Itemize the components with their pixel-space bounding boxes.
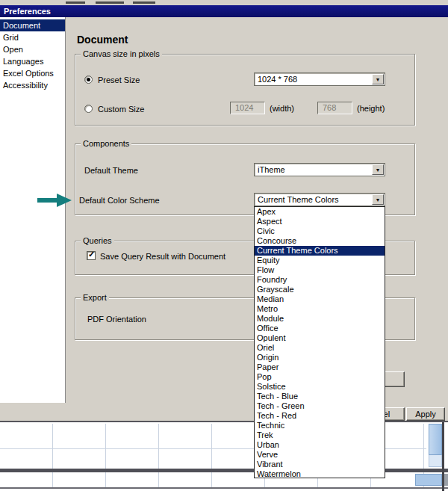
default-theme-dropdown[interactable]: iTheme ▼ [254,163,385,176]
save-query-checkbox[interactable]: ✓ [87,251,96,260]
color-scheme-option[interactable]: Aspect [255,217,385,226]
preset-size-dropdown[interactable]: 1024 * 768 ▼ [254,72,385,86]
color-scheme-option[interactable]: Oriel [255,343,385,353]
preset-size-value: 1024 * 768 [258,75,297,84]
canvas-size-group: Canvas size in pixels [75,54,415,126]
color-scheme-option[interactable]: Tech - Green [255,401,385,411]
toolbar-text-fragment [66,1,85,4]
sidebar-item[interactable]: Document [0,19,65,31]
custom-height-field[interactable]: 768 [317,102,352,114]
color-scheme-option[interactable]: Module [255,314,385,324]
components-group-title: Components [81,138,131,149]
checkmark-icon: ✓ [88,250,95,259]
default-theme-value: iTheme [258,165,285,175]
color-scheme-option[interactable]: Apex [255,207,385,217]
window-divider [0,487,448,489]
vertical-scrollbar-thumb[interactable] [429,424,442,455]
dialog-titlebar[interactable]: Preferences [0,5,448,17]
color-scheme-option[interactable]: Solstice [255,382,385,392]
dropdown-arrow-glyph: ▼ [376,77,381,82]
color-scheme-option[interactable]: Equity [255,256,385,265]
color-scheme-option[interactable]: Concourse [255,236,385,246]
save-query-label: Save Query Result with Document [100,252,225,261]
color-scheme-option[interactable]: Office [255,324,385,333]
toolbar-text-fragment [96,1,124,4]
dropdown-arrow-icon[interactable]: ▼ [372,164,384,175]
export-group-title: Export [81,292,109,303]
color-scheme-option[interactable]: Technic [255,421,385,430]
custom-height-suffix: (height) [357,104,385,113]
default-color-scheme-label: Default Color Scheme [79,196,160,205]
color-scheme-option[interactable]: Trek [255,430,385,440]
window-edge [442,422,444,491]
color-scheme-option[interactable]: Foundry [255,275,385,285]
screen: Preferences DocumentGridOpenLanguagesExc… [0,0,448,494]
custom-width-suffix: (width) [270,104,294,113]
default-theme-label: Default Theme [84,166,138,175]
color-scheme-option[interactable]: Pop [255,372,385,382]
dropdown-arrow-glyph: ▼ [376,197,381,203]
color-scheme-option[interactable]: Opulent [255,333,385,343]
color-scheme-option[interactable]: Tech - Blue [255,392,385,401]
sidebar-item[interactable]: Grid [0,31,65,43]
page-title: Document [77,34,128,46]
queries-group-title: Queries [81,235,114,246]
category-sidebar: DocumentGridOpenLanguagesExcel OptionsAc… [0,17,66,403]
sidebar-item[interactable]: Open [0,43,65,55]
color-scheme-option[interactable]: Watermelon [255,469,385,478]
color-scheme-option[interactable]: Vibrant [255,460,385,469]
pdf-orientation-label: PDF Orientation [87,315,146,324]
color-scheme-option[interactable]: Paper [255,362,385,372]
color-scheme-option[interactable]: Tech - Red [255,411,385,421]
preset-size-radio[interactable] [84,75,93,84]
color-scheme-option[interactable]: Civic [255,226,385,236]
default-color-scheme-value: Current Theme Colors [258,195,339,205]
color-scheme-option[interactable]: Median [255,294,385,304]
dropdown-arrow-icon[interactable]: ▼ [372,74,384,84]
horizontal-scrollbar-fragment[interactable] [415,474,442,486]
default-color-scheme-dropdown[interactable]: Current Theme Colors ▼ [254,193,385,206]
annotation-arrow-icon [37,194,72,209]
dropdown-arrow-glyph: ▼ [376,167,381,173]
color-scheme-option[interactable]: Verve [255,450,385,460]
color-scheme-option[interactable]: Urban [255,440,385,450]
color-scheme-option[interactable]: Origin [255,353,385,362]
dropdown-arrow-icon[interactable]: ▼ [372,194,384,205]
dialog-title: Preferences [4,7,51,16]
custom-width-field[interactable]: 1024 [230,102,265,114]
apply-button[interactable]: Apply [406,407,445,421]
custom-size-label: Custom Size [98,105,144,114]
sidebar-item[interactable]: Excel Options [0,67,65,79]
color-scheme-options-list: ApexAspectCivicConcourseCurrent Theme Co… [254,206,385,478]
color-scheme-option[interactable]: Current Theme Colors [255,246,385,256]
color-scheme-option[interactable]: Metro [255,304,385,314]
custom-size-radio[interactable] [84,105,93,113]
sidebar-item[interactable]: Accessibility [0,79,65,91]
color-scheme-option[interactable]: Grayscale [255,285,385,294]
background-toolbar-fragment [0,0,448,5]
toolbar-text-fragment [133,1,155,4]
canvas-size-group-title: Canvas size in pixels [81,49,162,59]
preset-size-label: Preset Size [98,75,140,84]
sidebar-item[interactable]: Languages [0,55,65,67]
color-scheme-option[interactable]: Flow [255,265,385,275]
